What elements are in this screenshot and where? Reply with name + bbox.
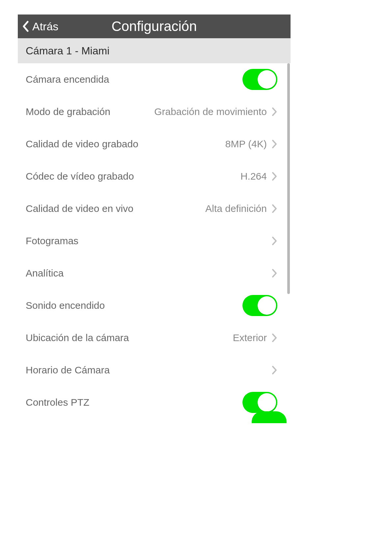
row-sound-on[interactable]: Sonido encendido	[18, 289, 284, 322]
chevron-right-icon	[271, 171, 277, 181]
chevron-right-icon	[271, 107, 277, 117]
chevron-right-icon	[271, 333, 277, 343]
row-analytics[interactable]: Analítica	[18, 257, 284, 289]
row-value: Alta definición	[205, 203, 267, 214]
row-label: Ubicación de la cámara	[26, 332, 129, 343]
back-button[interactable]: Atrás	[18, 20, 58, 33]
row-value: Grabación de movimiento	[154, 106, 267, 117]
row-label: Calidad de video en vivo	[26, 203, 133, 214]
row-label: Sonido encendido	[26, 300, 105, 311]
row-camera-location[interactable]: Ubicación de la cámara Exterior	[18, 322, 284, 354]
row-label: Calidad de video grabado	[26, 138, 138, 150]
row-live-quality[interactable]: Calidad de video en vivo Alta definición	[18, 192, 284, 225]
back-label: Atrás	[32, 20, 58, 33]
settings-screen: Atrás Configuración Cámara 1 - Miami Cám…	[18, 15, 291, 423]
page-title: Configuración	[18, 18, 291, 34]
chevron-right-icon	[271, 204, 277, 214]
row-label: Códec de vídeo grabado	[26, 171, 134, 182]
toggle-ptz[interactable]	[242, 392, 277, 413]
scrollbar-vertical[interactable]	[287, 63, 290, 294]
row-recorded-quality[interactable]: Calidad de video grabado 8MP (4K)	[18, 128, 284, 160]
row-value: Exterior	[233, 332, 267, 343]
chevron-right-icon	[271, 365, 277, 375]
chevron-right-icon	[271, 139, 277, 149]
settings-scroll-area[interactable]: Cámara encendida Modo de grabación Graba…	[18, 63, 291, 423]
chevron-right-icon	[271, 268, 277, 278]
settings-list: Cámara encendida Modo de grabación Graba…	[18, 63, 284, 419]
row-camera-on[interactable]: Cámara encendida	[18, 63, 284, 96]
row-camera-schedule[interactable]: Horario de Cámara	[18, 354, 284, 386]
toggle-sound-on[interactable]	[242, 295, 277, 316]
row-ptz-controls[interactable]: Controles PTZ	[18, 386, 284, 419]
row-value: 8MP (4K)	[225, 138, 267, 150]
section-title: Cámara 1 - Miami	[26, 45, 109, 57]
header-bar: Atrás Configuración	[18, 15, 291, 38]
row-value: H.264	[240, 171, 267, 182]
row-label: Controles PTZ	[26, 397, 89, 408]
toggle-next-partial[interactable]	[252, 411, 287, 423]
row-frames[interactable]: Fotogramas	[18, 225, 284, 257]
row-label: Fotogramas	[26, 235, 78, 247]
toggle-camera-on[interactable]	[242, 69, 277, 90]
section-header: Cámara 1 - Miami	[18, 38, 291, 63]
row-recorded-codec[interactable]: Códec de vídeo grabado H.264	[18, 160, 284, 192]
row-label: Horario de Cámara	[26, 365, 110, 376]
row-label: Cámara encendida	[26, 74, 109, 85]
chevron-left-icon	[22, 21, 29, 32]
row-recording-mode[interactable]: Modo de grabación Grabación de movimient…	[18, 96, 284, 128]
chevron-right-icon	[271, 236, 277, 246]
row-label: Modo de grabación	[26, 106, 110, 117]
row-label: Analítica	[26, 268, 64, 279]
